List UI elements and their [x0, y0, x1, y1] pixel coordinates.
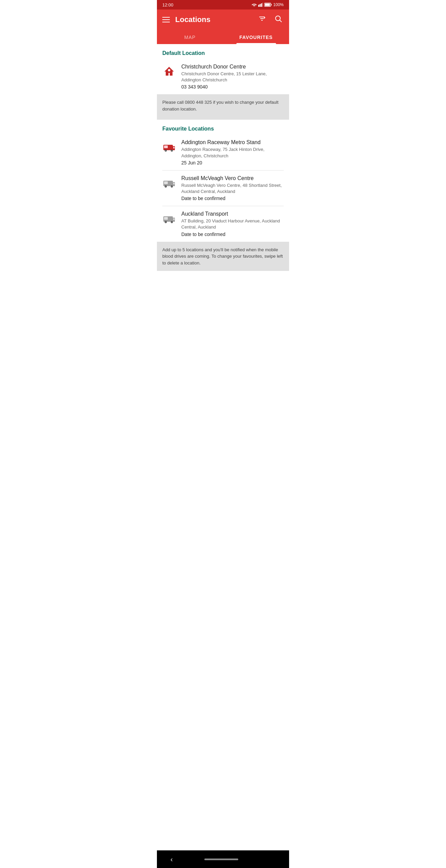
bottom-nav-bar: ‹: [157, 850, 289, 868]
svg-rect-6: [271, 4, 272, 5]
svg-rect-26: [173, 183, 175, 184]
svg-point-14: [168, 69, 170, 72]
favourite-location-date-0: 25 Jun 20: [181, 160, 284, 165]
favourite-location-date-2: Date to be confirmed: [181, 232, 284, 237]
back-button[interactable]: ‹: [168, 854, 176, 865]
svg-rect-2: [261, 3, 262, 7]
favourite-location-details-2: Auckland Transport AT Building, 20 Viadu…: [181, 211, 284, 237]
van-icon-red-container-0: [162, 140, 176, 154]
svg-rect-3: [262, 3, 263, 7]
van-icon-grey-container-2: [162, 212, 176, 225]
svg-rect-25: [164, 181, 168, 184]
wifi-icon: [251, 3, 257, 7]
svg-rect-18: [173, 147, 175, 149]
favourite-location-address-1: Russell McVeagh Vero Centre, 48 Shortlan…: [181, 182, 284, 195]
status-icons: 100%: [251, 2, 284, 7]
signal-icon: [258, 3, 263, 7]
favourite-location-details-1: Russell McVeagh Vero Centre Russell McVe…: [181, 175, 284, 201]
tab-map[interactable]: MAP: [157, 30, 223, 44]
svg-line-12: [280, 20, 282, 22]
home-indicator[interactable]: [204, 859, 238, 860]
van-icon-red-0: [163, 142, 175, 152]
favourite-location-date-1: Date to be confirmed: [181, 196, 284, 201]
tab-bar: MAP FAVOURITES: [157, 30, 289, 44]
svg-rect-17: [164, 145, 168, 148]
default-location-phone: 03 343 9040: [181, 84, 284, 90]
favourite-location-item-0[interactable]: Addington Raceway Metro Stand Addington …: [157, 135, 289, 170]
svg-rect-34: [173, 218, 175, 220]
svg-point-36: [165, 222, 166, 223]
default-location-item[interactable]: Christchurch Donor Centre Christchurch D…: [157, 59, 289, 94]
default-location-address: Christchurch Donor Centre, 15 Lester Lan…: [181, 71, 284, 83]
battery-text: 100%: [273, 2, 284, 7]
svg-rect-5: [265, 4, 270, 6]
battery-icon: [264, 3, 272, 7]
svg-rect-33: [164, 217, 168, 220]
filter-button[interactable]: [257, 13, 267, 26]
app-bar-actions: [257, 13, 284, 26]
menu-button[interactable]: [162, 17, 170, 22]
default-location-heading: Default Location: [157, 44, 289, 59]
svg-rect-0: [258, 5, 259, 7]
search-icon: [274, 15, 282, 23]
bottom-bar-center: [176, 859, 267, 860]
svg-point-22: [171, 150, 173, 151]
content-area: Default Location Christchurch Donor Cent…: [157, 44, 289, 850]
favourite-location-name-2: Auckland Transport: [181, 211, 284, 217]
svg-point-38: [171, 222, 173, 223]
svg-point-30: [171, 186, 173, 187]
search-button[interactable]: [273, 13, 284, 26]
svg-point-28: [165, 186, 166, 187]
default-location-details: Christchurch Donor Centre Christchurch D…: [181, 64, 284, 90]
favourite-location-item-1[interactable]: Russell McVeagh Vero Centre Russell McVe…: [157, 171, 289, 206]
svg-point-20: [165, 150, 166, 151]
favourite-location-item-2[interactable]: Auckland Transport AT Building, 20 Viadu…: [157, 206, 289, 241]
favourite-locations-heading: Favourite Locations: [157, 120, 289, 135]
page-title: Locations: [175, 15, 210, 24]
house-icon-container: [162, 64, 176, 78]
svg-rect-1: [260, 4, 261, 7]
app-bar-left: Locations: [162, 15, 210, 24]
svg-point-11: [276, 16, 280, 21]
favourite-location-address-2: AT Building, 20 Viaduct Harbour Avenue, …: [181, 218, 284, 230]
default-location-info-banner: Please call 0800 448 325 if you wish to …: [157, 94, 289, 117]
bottom-info-banner: Add up to 5 locations and you'll be noti…: [157, 242, 289, 271]
favourite-location-name-1: Russell McVeagh Vero Centre: [181, 175, 284, 181]
favourite-location-address-0: Addington Raceway, 75 Jack Hinton Drive,…: [181, 146, 284, 159]
status-bar: 12:00 100%: [157, 0, 289, 9]
favourite-location-details-0: Addington Raceway Metro Stand Addington …: [181, 139, 284, 165]
section-divider: [157, 117, 289, 120]
van-icon-grey-1: [163, 178, 175, 188]
favourite-location-name-0: Addington Raceway Metro Stand: [181, 139, 284, 145]
app-bar: Locations: [157, 9, 289, 30]
filter-icon: [258, 15, 266, 23]
default-location-name: Christchurch Donor Centre: [181, 64, 284, 70]
time-display: 12:00: [162, 2, 174, 7]
tab-favourites[interactable]: FAVOURITES: [223, 30, 289, 44]
van-icon-grey-2: [163, 214, 175, 223]
van-icon-grey-container-1: [162, 176, 176, 190]
house-icon: [163, 65, 175, 77]
